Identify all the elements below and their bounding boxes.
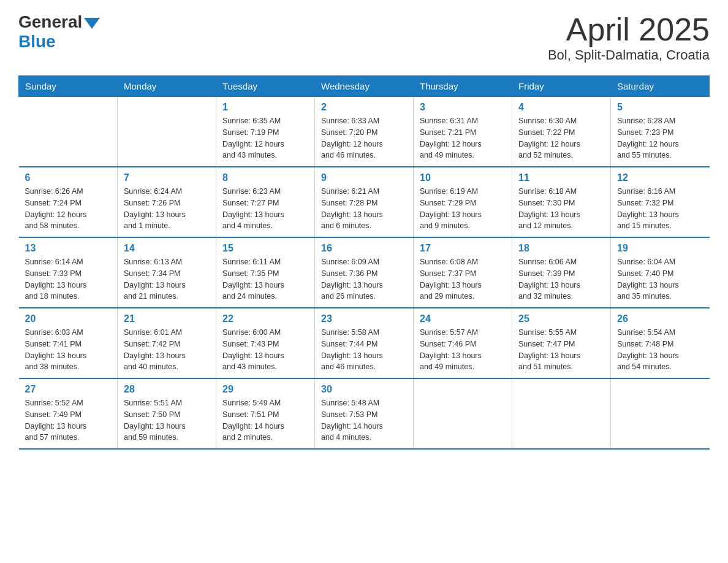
day-info: Sunrise: 5:55 AM Sunset: 7:47 PM Dayligh… bbox=[518, 327, 604, 373]
calendar-day-cell bbox=[611, 378, 710, 449]
day-info: Sunrise: 6:04 AM Sunset: 7:40 PM Dayligh… bbox=[617, 256, 703, 302]
calendar-day-header: Wednesday bbox=[315, 76, 414, 97]
day-info: Sunrise: 6:26 AM Sunset: 7:24 PM Dayligh… bbox=[25, 186, 112, 232]
calendar-day-cell: 4Sunrise: 6:30 AM Sunset: 7:22 PM Daylig… bbox=[512, 97, 611, 167]
title-block: April 2025 Bol, Split-Dalmatia, Croatia bbox=[548, 12, 710, 63]
day-number: 18 bbox=[518, 243, 604, 254]
calendar-day-cell: 11Sunrise: 6:18 AM Sunset: 7:30 PM Dayli… bbox=[512, 167, 611, 237]
calendar-day-cell: 26Sunrise: 5:54 AM Sunset: 7:48 PM Dayli… bbox=[611, 308, 710, 378]
calendar-day-cell: 5Sunrise: 6:28 AM Sunset: 7:23 PM Daylig… bbox=[611, 97, 710, 167]
calendar-day-cell: 1Sunrise: 6:35 AM Sunset: 7:19 PM Daylig… bbox=[216, 97, 315, 167]
calendar-week-row: 1Sunrise: 6:35 AM Sunset: 7:19 PM Daylig… bbox=[19, 97, 710, 167]
calendar-day-cell bbox=[19, 97, 118, 167]
day-info: Sunrise: 5:49 AM Sunset: 7:51 PM Dayligh… bbox=[222, 397, 308, 443]
calendar-week-row: 20Sunrise: 6:03 AM Sunset: 7:41 PM Dayli… bbox=[19, 308, 710, 378]
day-number: 10 bbox=[420, 172, 506, 183]
day-number: 14 bbox=[124, 243, 210, 254]
calendar-day-cell: 12Sunrise: 6:16 AM Sunset: 7:32 PM Dayli… bbox=[611, 167, 710, 237]
logo-triangle-icon bbox=[84, 18, 100, 29]
day-info: Sunrise: 5:52 AM Sunset: 7:49 PM Dayligh… bbox=[25, 397, 112, 443]
day-number: 5 bbox=[617, 102, 703, 113]
day-number: 17 bbox=[420, 243, 506, 254]
calendar-week-row: 27Sunrise: 5:52 AM Sunset: 7:49 PM Dayli… bbox=[19, 378, 710, 449]
calendar-day-cell bbox=[414, 378, 512, 449]
day-info: Sunrise: 6:16 AM Sunset: 7:32 PM Dayligh… bbox=[617, 186, 703, 232]
logo-general-text: General bbox=[18, 12, 82, 32]
calendar-day-cell: 2Sunrise: 6:33 AM Sunset: 7:20 PM Daylig… bbox=[315, 97, 414, 167]
calendar-header-row: SundayMondayTuesdayWednesdayThursdayFrid… bbox=[19, 76, 710, 97]
day-info: Sunrise: 6:35 AM Sunset: 7:19 PM Dayligh… bbox=[222, 115, 308, 161]
day-number: 25 bbox=[518, 313, 604, 324]
day-number: 30 bbox=[321, 384, 407, 395]
day-info: Sunrise: 5:48 AM Sunset: 7:53 PM Dayligh… bbox=[321, 397, 407, 443]
day-number: 20 bbox=[25, 313, 112, 324]
calendar-day-cell: 8Sunrise: 6:23 AM Sunset: 7:27 PM Daylig… bbox=[216, 167, 315, 237]
logo: General Blue bbox=[18, 12, 100, 52]
calendar-table: SundayMondayTuesdayWednesdayThursdayFrid… bbox=[18, 75, 710, 450]
day-info: Sunrise: 5:54 AM Sunset: 7:48 PM Dayligh… bbox=[617, 327, 703, 373]
day-number: 13 bbox=[25, 243, 112, 254]
day-number: 15 bbox=[222, 243, 308, 254]
day-number: 3 bbox=[420, 102, 506, 113]
page-title: April 2025 bbox=[548, 12, 710, 47]
day-number: 28 bbox=[124, 384, 210, 395]
calendar-day-cell: 27Sunrise: 5:52 AM Sunset: 7:49 PM Dayli… bbox=[19, 378, 118, 449]
calendar-day-header: Tuesday bbox=[216, 76, 315, 97]
day-info: Sunrise: 6:23 AM Sunset: 7:27 PM Dayligh… bbox=[222, 186, 308, 232]
calendar-day-header: Thursday bbox=[414, 76, 512, 97]
day-info: Sunrise: 6:19 AM Sunset: 7:29 PM Dayligh… bbox=[420, 186, 506, 232]
calendar-day-cell bbox=[118, 97, 216, 167]
day-info: Sunrise: 6:00 AM Sunset: 7:43 PM Dayligh… bbox=[222, 327, 308, 373]
day-number: 12 bbox=[617, 172, 703, 183]
calendar-day-header: Monday bbox=[118, 76, 216, 97]
day-number: 8 bbox=[222, 172, 308, 183]
calendar-day-cell: 23Sunrise: 5:58 AM Sunset: 7:44 PM Dayli… bbox=[315, 308, 414, 378]
day-number: 29 bbox=[222, 384, 308, 395]
calendar-day-cell: 24Sunrise: 5:57 AM Sunset: 7:46 PM Dayli… bbox=[414, 308, 512, 378]
day-number: 21 bbox=[124, 313, 210, 324]
day-number: 22 bbox=[222, 313, 308, 324]
day-info: Sunrise: 6:18 AM Sunset: 7:30 PM Dayligh… bbox=[518, 186, 604, 232]
day-number: 24 bbox=[420, 313, 506, 324]
day-info: Sunrise: 6:08 AM Sunset: 7:37 PM Dayligh… bbox=[420, 256, 506, 302]
day-info: Sunrise: 6:13 AM Sunset: 7:34 PM Dayligh… bbox=[124, 256, 210, 302]
day-number: 23 bbox=[321, 313, 407, 324]
page-header: General Blue April 2025 Bol, Split-Dalma… bbox=[18, 12, 710, 63]
day-info: Sunrise: 6:09 AM Sunset: 7:36 PM Dayligh… bbox=[321, 256, 407, 302]
calendar-day-header: Sunday bbox=[19, 76, 118, 97]
day-number: 4 bbox=[518, 102, 604, 113]
calendar-day-cell: 18Sunrise: 6:06 AM Sunset: 7:39 PM Dayli… bbox=[512, 237, 611, 308]
calendar-day-cell bbox=[512, 378, 611, 449]
calendar-day-cell: 20Sunrise: 6:03 AM Sunset: 7:41 PM Dayli… bbox=[19, 308, 118, 378]
day-info: Sunrise: 6:11 AM Sunset: 7:35 PM Dayligh… bbox=[222, 256, 308, 302]
calendar-day-cell: 3Sunrise: 6:31 AM Sunset: 7:21 PM Daylig… bbox=[414, 97, 512, 167]
calendar-week-row: 13Sunrise: 6:14 AM Sunset: 7:33 PM Dayli… bbox=[19, 237, 710, 308]
calendar-day-cell: 10Sunrise: 6:19 AM Sunset: 7:29 PM Dayli… bbox=[414, 167, 512, 237]
day-info: Sunrise: 6:31 AM Sunset: 7:21 PM Dayligh… bbox=[420, 115, 506, 161]
day-info: Sunrise: 6:21 AM Sunset: 7:28 PM Dayligh… bbox=[321, 186, 407, 232]
day-info: Sunrise: 5:58 AM Sunset: 7:44 PM Dayligh… bbox=[321, 327, 407, 373]
calendar-day-cell: 14Sunrise: 6:13 AM Sunset: 7:34 PM Dayli… bbox=[118, 237, 216, 308]
day-number: 9 bbox=[321, 172, 407, 183]
day-number: 7 bbox=[124, 172, 210, 183]
calendar-day-cell: 13Sunrise: 6:14 AM Sunset: 7:33 PM Dayli… bbox=[19, 237, 118, 308]
day-number: 2 bbox=[321, 102, 407, 113]
calendar-day-cell: 7Sunrise: 6:24 AM Sunset: 7:26 PM Daylig… bbox=[118, 167, 216, 237]
day-info: Sunrise: 6:28 AM Sunset: 7:23 PM Dayligh… bbox=[617, 115, 703, 161]
calendar-day-cell: 9Sunrise: 6:21 AM Sunset: 7:28 PM Daylig… bbox=[315, 167, 414, 237]
calendar-day-cell: 6Sunrise: 6:26 AM Sunset: 7:24 PM Daylig… bbox=[19, 167, 118, 237]
day-info: Sunrise: 6:33 AM Sunset: 7:20 PM Dayligh… bbox=[321, 115, 407, 161]
calendar-day-header: Friday bbox=[512, 76, 611, 97]
logo-blue-text: Blue bbox=[18, 32, 56, 51]
calendar-day-cell: 22Sunrise: 6:00 AM Sunset: 7:43 PM Dayli… bbox=[216, 308, 315, 378]
day-info: Sunrise: 6:24 AM Sunset: 7:26 PM Dayligh… bbox=[124, 186, 210, 232]
day-info: Sunrise: 6:30 AM Sunset: 7:22 PM Dayligh… bbox=[518, 115, 604, 161]
calendar-day-header: Saturday bbox=[611, 76, 710, 97]
calendar-day-cell: 21Sunrise: 6:01 AM Sunset: 7:42 PM Dayli… bbox=[118, 308, 216, 378]
day-info: Sunrise: 5:57 AM Sunset: 7:46 PM Dayligh… bbox=[420, 327, 506, 373]
day-info: Sunrise: 6:14 AM Sunset: 7:33 PM Dayligh… bbox=[25, 256, 112, 302]
calendar-day-cell: 15Sunrise: 6:11 AM Sunset: 7:35 PM Dayli… bbox=[216, 237, 315, 308]
day-info: Sunrise: 6:03 AM Sunset: 7:41 PM Dayligh… bbox=[25, 327, 112, 373]
day-info: Sunrise: 6:01 AM Sunset: 7:42 PM Dayligh… bbox=[124, 327, 210, 373]
calendar-day-cell: 17Sunrise: 6:08 AM Sunset: 7:37 PM Dayli… bbox=[414, 237, 512, 308]
